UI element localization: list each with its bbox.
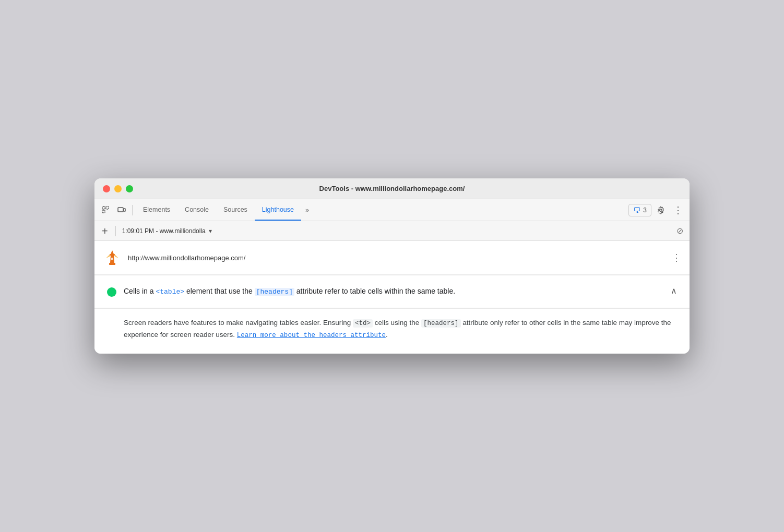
minimize-button[interactable]	[114, 185, 122, 192]
svg-rect-1	[106, 207, 109, 209]
device-icon	[117, 206, 126, 214]
issues-icon: 🗨	[633, 206, 640, 214]
cancel-button[interactable]: ⊘	[676, 226, 683, 236]
main-toolbar: Elements Console Sources Lighthouse » 🗨 …	[94, 199, 690, 221]
title-bar: DevTools - www.milliondollarhomepage.com…	[94, 178, 690, 199]
code-headers-inline: [headers]	[421, 319, 461, 328]
settings-button[interactable]	[654, 204, 668, 216]
code-headers-attr: [headers]	[255, 288, 294, 296]
devtools-window: DevTools - www.milliondollarhomepage.com…	[94, 178, 690, 354]
tab-elements[interactable]: Elements	[136, 199, 177, 221]
issues-badge-button[interactable]: 🗨 3	[628, 204, 651, 216]
code-table-tag: <table>	[156, 288, 184, 296]
window-title: DevTools - www.milliondollarhomepage.com…	[319, 185, 465, 192]
close-button[interactable]	[103, 185, 110, 192]
svg-rect-2	[102, 210, 105, 213]
learn-more-link[interactable]: Learn more about the headers attribute	[237, 332, 386, 339]
svg-rect-11	[111, 258, 113, 260]
audit-description: Screen readers have features to make nav…	[94, 309, 690, 354]
code-td-inline: <td>	[353, 319, 373, 328]
audit-entry-row: http://www.milliondollarhomepage.com/ ⋮	[94, 241, 690, 275]
timestamp-text: 1:09:01 PM - www.milliondolla	[122, 227, 206, 235]
device-mode-button[interactable]	[114, 204, 129, 216]
audit-item: Cells in a <table> element that use the …	[94, 275, 690, 308]
tab-navigation: Elements Console Sources Lighthouse »	[136, 199, 627, 221]
toolbar-right: 🗨 3 ⋮	[628, 202, 685, 218]
svg-rect-5	[109, 263, 115, 265]
selector-icon	[102, 206, 110, 214]
more-vert-icon[interactable]: ⋮	[672, 252, 681, 263]
svg-marker-9	[106, 254, 110, 258]
add-button[interactable]: +	[101, 225, 109, 237]
secondary-separator	[115, 226, 116, 236]
more-options-button[interactable]: ⋮	[670, 202, 685, 218]
lighthouse-icon	[103, 248, 122, 267]
audit-item-header: Cells in a <table> element that use the …	[107, 286, 677, 297]
tab-lighthouse[interactable]: Lighthouse	[255, 199, 301, 221]
more-options-icon: ⋮	[673, 204, 682, 216]
audit-url-text: http://www.milliondollarhomepage.com/	[128, 254, 666, 262]
svg-rect-0	[102, 207, 105, 209]
maximize-button[interactable]	[126, 185, 133, 192]
svg-rect-4	[124, 209, 125, 211]
url-bar: 1:09:01 PM - www.milliondolla ▾	[122, 227, 672, 235]
svg-rect-7	[110, 254, 115, 256]
main-content: http://www.milliondollarhomepage.com/ ⋮ …	[94, 241, 690, 354]
svg-rect-3	[118, 208, 123, 212]
collapse-button[interactable]: ∧	[671, 286, 677, 296]
secondary-toolbar: + 1:09:01 PM - www.milliondolla ▾ ⊘	[94, 221, 690, 241]
audit-title: Cells in a <table> element that use the …	[124, 286, 663, 297]
toolbar-separator	[132, 205, 133, 215]
svg-marker-8	[111, 250, 114, 254]
url-dropdown-button[interactable]: ▾	[209, 227, 212, 235]
gear-icon	[657, 206, 665, 214]
tab-console[interactable]: Console	[177, 199, 216, 221]
selector-tool-button[interactable]	[99, 204, 113, 216]
pass-indicator	[107, 287, 116, 297]
tab-sources[interactable]: Sources	[216, 199, 255, 221]
svg-marker-10	[114, 254, 118, 258]
tab-more-button[interactable]: »	[301, 199, 313, 221]
window-controls	[103, 185, 133, 192]
